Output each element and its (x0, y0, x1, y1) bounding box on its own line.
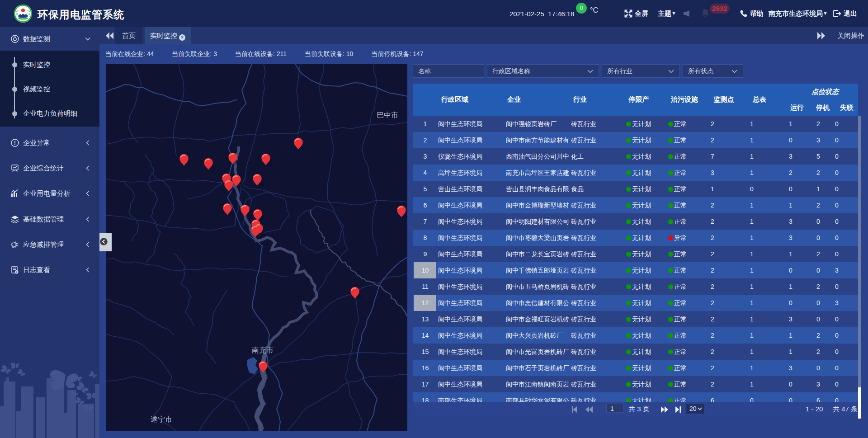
svg-text:南充市: 南充市 (252, 346, 274, 354)
svg-text:巴中市: 巴中市 (377, 111, 398, 119)
svg-text:遂宁市: 遂宁市 (151, 415, 172, 423)
